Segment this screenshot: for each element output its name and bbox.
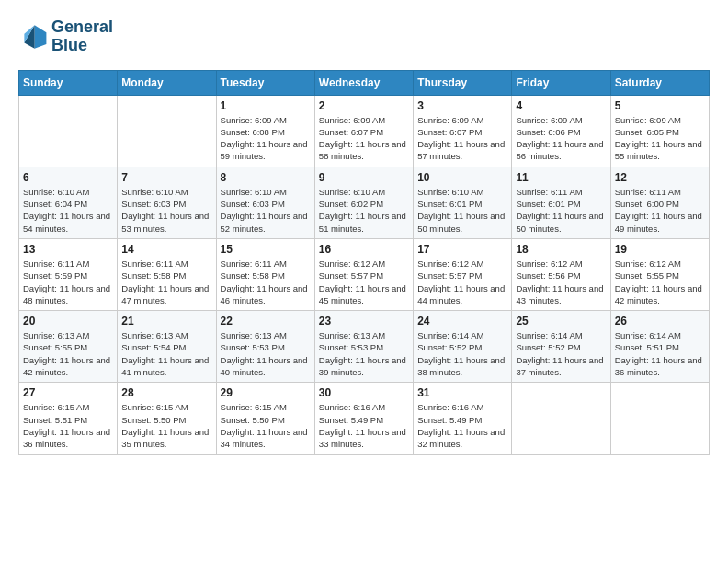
calendar-cell: 28Sunrise: 6:15 AM Sunset: 5:50 PM Dayli… xyxy=(118,383,216,454)
day-number: 1 xyxy=(221,99,311,112)
day-info: Sunrise: 6:14 AM Sunset: 5:52 PM Dayligh… xyxy=(417,329,507,378)
day-number: 14 xyxy=(121,243,211,256)
calendar-cell: 31Sunrise: 6:16 AM Sunset: 5:49 PM Dayli… xyxy=(414,383,512,454)
calendar-cell: 26Sunrise: 6:14 AM Sunset: 5:51 PM Dayli… xyxy=(610,311,709,383)
day-number: 5 xyxy=(615,99,705,112)
calendar-cell: 3Sunrise: 6:09 AM Sunset: 6:07 PM Daylig… xyxy=(414,95,512,167)
day-info: Sunrise: 6:11 AM Sunset: 5:59 PM Dayligh… xyxy=(23,258,113,306)
day-number: 11 xyxy=(516,171,606,184)
day-number: 2 xyxy=(319,99,409,112)
day-info: Sunrise: 6:14 AM Sunset: 5:51 PM Dayligh… xyxy=(615,329,705,378)
day-info: Sunrise: 6:10 AM Sunset: 6:02 PM Dayligh… xyxy=(319,186,409,235)
logo-text-line2: Blue xyxy=(51,37,113,55)
calendar-cell: 30Sunrise: 6:16 AM Sunset: 5:49 PM Dayli… xyxy=(314,383,413,454)
weekday-friday: Friday xyxy=(512,70,610,95)
calendar-header: SundayMondayTuesdayWednesdayThursdayFrid… xyxy=(19,70,710,95)
day-number: 6 xyxy=(23,171,113,184)
calendar-cell: 14Sunrise: 6:11 AM Sunset: 5:58 PM Dayli… xyxy=(118,238,216,310)
calendar-cell: 29Sunrise: 6:15 AM Sunset: 5:50 PM Dayli… xyxy=(216,383,314,454)
day-info: Sunrise: 6:10 AM Sunset: 6:03 PM Dayligh… xyxy=(121,186,211,235)
calendar-week-4: 20Sunrise: 6:13 AM Sunset: 5:55 PM Dayli… xyxy=(19,311,710,383)
weekday-thursday: Thursday xyxy=(414,70,512,95)
day-info: Sunrise: 6:15 AM Sunset: 5:50 PM Dayligh… xyxy=(221,401,311,450)
svg-marker-0 xyxy=(35,25,47,49)
day-number: 9 xyxy=(319,171,409,184)
calendar-cell: 1Sunrise: 6:09 AM Sunset: 6:08 PM Daylig… xyxy=(216,95,314,167)
weekday-sunday: Sunday xyxy=(19,70,118,95)
day-number: 16 xyxy=(319,243,409,256)
calendar-cell: 13Sunrise: 6:11 AM Sunset: 5:59 PM Dayli… xyxy=(19,238,118,310)
day-number: 22 xyxy=(221,315,311,327)
day-info: Sunrise: 6:11 AM Sunset: 6:01 PM Dayligh… xyxy=(516,186,606,235)
day-info: Sunrise: 6:16 AM Sunset: 5:49 PM Dayligh… xyxy=(417,401,507,450)
calendar-cell xyxy=(512,383,610,454)
day-number: 10 xyxy=(417,171,507,184)
calendar-cell xyxy=(610,383,709,454)
day-info: Sunrise: 6:09 AM Sunset: 6:06 PM Dayligh… xyxy=(516,114,606,163)
weekday-header-row: SundayMondayTuesdayWednesdayThursdayFrid… xyxy=(19,70,710,95)
day-info: Sunrise: 6:12 AM Sunset: 5:56 PM Dayligh… xyxy=(516,258,606,306)
day-number: 24 xyxy=(417,315,507,327)
day-number: 12 xyxy=(615,171,705,184)
calendar-week-1: 1Sunrise: 6:09 AM Sunset: 6:08 PM Daylig… xyxy=(19,95,710,167)
weekday-wednesday: Wednesday xyxy=(314,70,413,95)
calendar-cell: 12Sunrise: 6:11 AM Sunset: 6:00 PM Dayli… xyxy=(610,167,709,238)
day-info: Sunrise: 6:12 AM Sunset: 5:57 PM Dayligh… xyxy=(319,258,409,306)
calendar-cell: 23Sunrise: 6:13 AM Sunset: 5:53 PM Dayli… xyxy=(314,311,413,383)
calendar-cell: 27Sunrise: 6:15 AM Sunset: 5:51 PM Dayli… xyxy=(19,383,118,454)
day-info: Sunrise: 6:10 AM Sunset: 6:04 PM Dayligh… xyxy=(23,186,113,235)
calendar-cell: 8Sunrise: 6:10 AM Sunset: 6:03 PM Daylig… xyxy=(216,167,314,238)
day-number: 18 xyxy=(516,243,606,256)
day-info: Sunrise: 6:11 AM Sunset: 5:58 PM Dayligh… xyxy=(221,258,311,306)
calendar-cell: 6Sunrise: 6:10 AM Sunset: 6:04 PM Daylig… xyxy=(19,167,118,238)
calendar-cell: 2Sunrise: 6:09 AM Sunset: 6:07 PM Daylig… xyxy=(314,95,413,167)
day-info: Sunrise: 6:10 AM Sunset: 6:01 PM Dayligh… xyxy=(417,186,507,235)
day-number: 25 xyxy=(516,315,606,327)
calendar-week-3: 13Sunrise: 6:11 AM Sunset: 5:59 PM Dayli… xyxy=(19,238,710,310)
day-number: 30 xyxy=(319,386,409,399)
calendar-cell: 16Sunrise: 6:12 AM Sunset: 5:57 PM Dayli… xyxy=(314,238,413,310)
calendar-cell: 10Sunrise: 6:10 AM Sunset: 6:01 PM Dayli… xyxy=(414,167,512,238)
calendar-cell: 5Sunrise: 6:09 AM Sunset: 6:05 PM Daylig… xyxy=(610,95,709,167)
calendar-cell: 11Sunrise: 6:11 AM Sunset: 6:01 PM Dayli… xyxy=(512,167,610,238)
day-number: 15 xyxy=(221,243,311,256)
calendar-week-2: 6Sunrise: 6:10 AM Sunset: 6:04 PM Daylig… xyxy=(19,167,710,238)
day-info: Sunrise: 6:16 AM Sunset: 5:49 PM Dayligh… xyxy=(319,401,409,450)
day-info: Sunrise: 6:13 AM Sunset: 5:54 PM Dayligh… xyxy=(121,329,211,378)
calendar-cell: 22Sunrise: 6:13 AM Sunset: 5:53 PM Dayli… xyxy=(216,311,314,383)
day-number: 27 xyxy=(23,386,113,399)
day-info: Sunrise: 6:13 AM Sunset: 5:53 PM Dayligh… xyxy=(221,329,311,378)
calendar-cell xyxy=(118,95,216,167)
day-number: 3 xyxy=(417,99,507,112)
calendar-cell: 15Sunrise: 6:11 AM Sunset: 5:58 PM Dayli… xyxy=(216,238,314,310)
calendar-cell: 21Sunrise: 6:13 AM Sunset: 5:54 PM Dayli… xyxy=(118,311,216,383)
calendar-cell: 18Sunrise: 6:12 AM Sunset: 5:56 PM Dayli… xyxy=(512,238,610,310)
day-number: 19 xyxy=(615,243,705,256)
day-number: 28 xyxy=(121,386,211,399)
day-info: Sunrise: 6:11 AM Sunset: 5:58 PM Dayligh… xyxy=(121,258,211,306)
day-number: 17 xyxy=(417,243,507,256)
day-info: Sunrise: 6:09 AM Sunset: 6:07 PM Dayligh… xyxy=(417,114,507,163)
day-number: 8 xyxy=(221,171,311,184)
calendar-cell xyxy=(19,95,118,167)
day-info: Sunrise: 6:15 AM Sunset: 5:51 PM Dayligh… xyxy=(23,401,113,450)
day-info: Sunrise: 6:14 AM Sunset: 5:52 PM Dayligh… xyxy=(516,329,606,378)
weekday-tuesday: Tuesday xyxy=(216,70,314,95)
day-number: 21 xyxy=(121,315,211,327)
calendar-cell: 20Sunrise: 6:13 AM Sunset: 5:55 PM Dayli… xyxy=(19,311,118,383)
day-number: 13 xyxy=(23,243,113,256)
calendar-cell: 7Sunrise: 6:10 AM Sunset: 6:03 PM Daylig… xyxy=(118,167,216,238)
calendar-week-5: 27Sunrise: 6:15 AM Sunset: 5:51 PM Dayli… xyxy=(19,383,710,454)
logo: General Blue xyxy=(18,18,113,55)
weekday-saturday: Saturday xyxy=(610,70,709,95)
calendar-cell: 9Sunrise: 6:10 AM Sunset: 6:02 PM Daylig… xyxy=(314,167,413,238)
day-info: Sunrise: 6:10 AM Sunset: 6:03 PM Dayligh… xyxy=(221,186,311,235)
day-number: 29 xyxy=(221,386,311,399)
day-info: Sunrise: 6:12 AM Sunset: 5:57 PM Dayligh… xyxy=(417,258,507,306)
day-info: Sunrise: 6:11 AM Sunset: 6:00 PM Dayligh… xyxy=(615,186,705,235)
day-info: Sunrise: 6:09 AM Sunset: 6:07 PM Dayligh… xyxy=(319,114,409,163)
calendar-cell: 24Sunrise: 6:14 AM Sunset: 5:52 PM Dayli… xyxy=(414,311,512,383)
logo-icon xyxy=(18,22,48,52)
day-number: 23 xyxy=(319,315,409,327)
day-info: Sunrise: 6:12 AM Sunset: 5:55 PM Dayligh… xyxy=(615,258,705,306)
